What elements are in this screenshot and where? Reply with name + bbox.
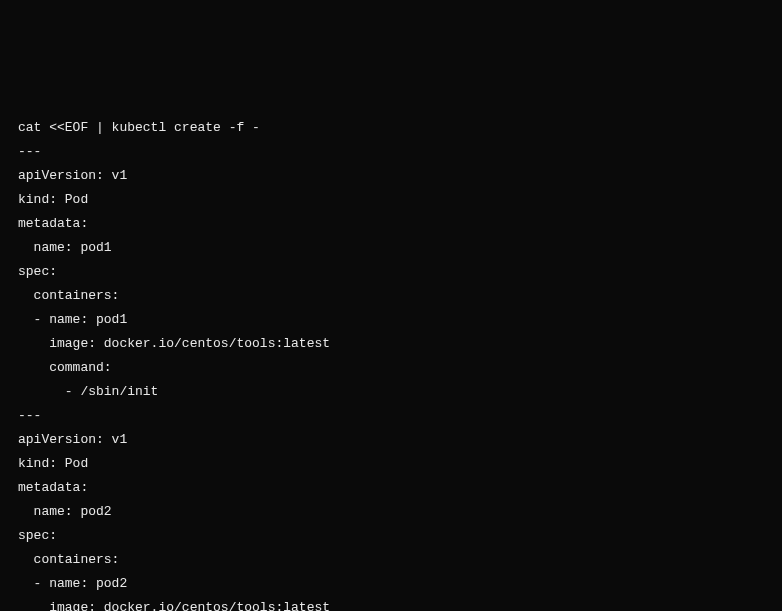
- code-line: containers:: [18, 284, 764, 308]
- code-line: image: docker.io/centos/tools:latest: [18, 596, 764, 611]
- code-line: metadata:: [18, 212, 764, 236]
- code-line: - name: pod1: [18, 308, 764, 332]
- code-line: - /sbin/init: [18, 380, 764, 404]
- code-line: ---: [18, 404, 764, 428]
- code-line: command:: [18, 356, 764, 380]
- code-line: apiVersion: v1: [18, 428, 764, 452]
- code-block: cat <<EOF | kubectl create -f ----apiVer…: [18, 116, 764, 611]
- code-line: apiVersion: v1: [18, 164, 764, 188]
- code-line: ---: [18, 140, 764, 164]
- code-line: name: pod1: [18, 236, 764, 260]
- code-line: kind: Pod: [18, 452, 764, 476]
- code-line: - name: pod2: [18, 572, 764, 596]
- code-line: name: pod2: [18, 500, 764, 524]
- code-line: kind: Pod: [18, 188, 764, 212]
- code-line: cat <<EOF | kubectl create -f -: [18, 116, 764, 140]
- code-line: spec:: [18, 524, 764, 548]
- code-line: metadata:: [18, 476, 764, 500]
- code-line: containers:: [18, 548, 764, 572]
- code-line: image: docker.io/centos/tools:latest: [18, 332, 764, 356]
- code-line: spec:: [18, 260, 764, 284]
